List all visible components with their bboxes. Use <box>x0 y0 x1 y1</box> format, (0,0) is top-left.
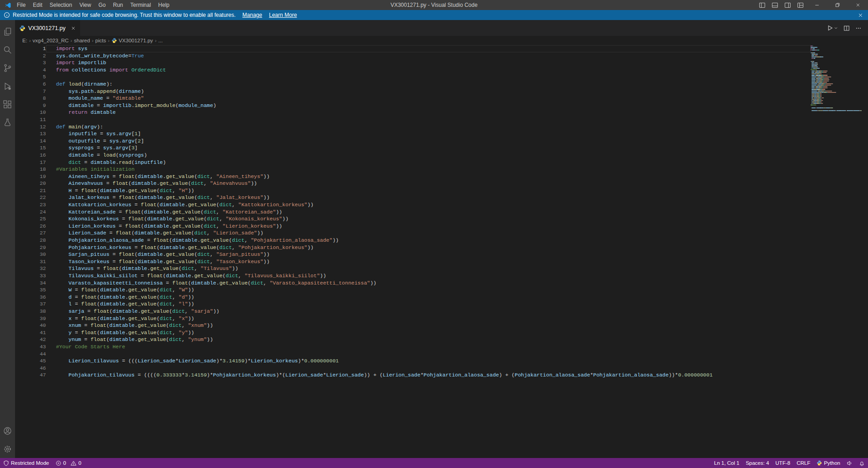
tab-close-icon[interactable] <box>71 25 76 31</box>
minimize-button[interactable] <box>807 0 827 10</box>
code-line[interactable]: 46 <box>15 365 811 372</box>
toggle-sidebar-icon[interactable] <box>756 0 768 10</box>
code-line[interactable]: 1import sys <box>15 45 811 52</box>
manage-link[interactable]: Manage <box>243 12 262 18</box>
code-line[interactable]: 36 d = float(dimtable.get_value(dict, "d… <box>15 294 811 301</box>
code-line[interactable]: 27 Lierion_sade = float(dimtable.get_val… <box>15 229 811 237</box>
code-line[interactable]: 6def load(dirname): <box>15 81 811 88</box>
minimap[interactable] <box>811 45 862 111</box>
close-window-button[interactable] <box>848 0 868 10</box>
cursor-position-status[interactable]: Ln 1, Col 1 <box>711 458 743 468</box>
line-number: 7 <box>15 88 46 95</box>
run-python-file-icon[interactable] <box>827 25 838 31</box>
breadcrumb-folder[interactable]: picts <box>95 38 106 43</box>
code-line[interactable]: 44 <box>15 351 811 358</box>
code-line[interactable]: 13 inputfile = sys.argv[1] <box>15 130 811 137</box>
tab-vx3001271[interactable]: VX3001271.py <box>15 20 80 36</box>
breadcrumb-drive[interactable]: E: <box>22 38 27 43</box>
indentation-status[interactable]: Spaces: 4 <box>742 458 772 468</box>
language-mode-status[interactable]: Python <box>813 458 843 468</box>
accounts-icon[interactable] <box>0 422 15 440</box>
code-line[interactable]: 20 Ainevahvuus = float(dimtable.get_valu… <box>15 180 811 187</box>
code-line[interactable]: 11 <box>15 116 811 123</box>
menu-terminal[interactable]: Terminal <box>127 0 154 10</box>
customize-layout-icon[interactable] <box>794 0 807 10</box>
menu-edit[interactable]: Edit <box>29 0 46 10</box>
breadcrumb-symbol-placeholder[interactable]: ... <box>158 38 163 43</box>
menu-selection[interactable]: Selection <box>46 0 76 10</box>
restricted-mode-status[interactable]: Restricted Mode <box>0 458 52 468</box>
banner-close-icon[interactable] <box>858 12 863 18</box>
menu-run[interactable]: Run <box>109 0 127 10</box>
code-line[interactable]: 25 Kokonais_korkeus = float(dimtable.get… <box>15 215 811 223</box>
toggle-secondary-sidebar-icon[interactable] <box>781 0 794 10</box>
code-line[interactable]: 43#Your Code Starts Here <box>15 343 811 351</box>
breadcrumb-file[interactable]: VX3001271.py <box>112 38 153 43</box>
code-line[interactable]: 45 Lierion_tilavuus = (((Lierion_sade*Li… <box>15 357 811 365</box>
menu-file[interactable]: File <box>13 0 29 10</box>
notifications-bell-icon[interactable] <box>856 458 868 468</box>
code-line[interactable]: 19 Aineen_tiheys = float(dimtable.get_va… <box>15 173 811 180</box>
code-line[interactable]: 26 Lierion_korkeus = float(dimtable.get_… <box>15 223 811 230</box>
line-number: 40 <box>15 322 46 329</box>
code-line[interactable]: 14 outputfile = sys.argv[2] <box>15 137 811 145</box>
code-line[interactable]: 12def main(argv): <box>15 123 811 131</box>
settings-gear-icon[interactable] <box>0 440 15 458</box>
run-and-debug-icon[interactable] <box>0 77 15 95</box>
code-line[interactable]: 30 Sarjan_pituus = float(dimtable.get_va… <box>15 251 811 258</box>
eol-status[interactable]: CRLF <box>793 458 813 468</box>
code-line[interactable]: 37 l = float(dimtable.get_value(dict, "l… <box>15 300 811 308</box>
restore-button[interactable] <box>827 0 848 10</box>
code-line[interactable]: 47 Pohjakartion_tilavuus = ((((0.333333*… <box>15 371 811 379</box>
split-editor-icon[interactable] <box>843 25 850 31</box>
code-line[interactable]: 9 dimtable = importlib.import_module(mod… <box>15 102 811 109</box>
search-icon[interactable] <box>0 41 15 59</box>
feedback-icon[interactable] <box>843 458 856 468</box>
code-line[interactable]: 23 Kattokartion_korkeus = float(dimtable… <box>15 201 811 209</box>
code-line[interactable]: 18#Variables initialization <box>15 166 811 173</box>
explorer-icon[interactable] <box>0 22 15 41</box>
code-line[interactable]: 31 Tason_korkeus = float(dimtable.get_va… <box>15 258 811 265</box>
encoding-status[interactable]: UTF-8 <box>772 458 794 468</box>
code-line[interactable]: 8 module_name = "dimtable" <box>15 95 811 102</box>
code-line[interactable]: 16 dimtable = load(sysprogs) <box>15 152 811 159</box>
code-text: Lierion_sade = float(dimtable.get_value(… <box>46 229 811 237</box>
code-line[interactable]: 40 xnum = float(dimtable.get_value(dict,… <box>15 322 811 329</box>
code-line[interactable]: 42 ynum = float(dimtable.get_value(dict,… <box>15 336 811 343</box>
testing-icon[interactable] <box>0 113 15 132</box>
code-line[interactable]: 5 <box>15 73 811 81</box>
code-line[interactable]: 7 sys.path.append(dirname) <box>15 88 811 95</box>
menu-go[interactable]: Go <box>95 0 109 10</box>
line-number: 26 <box>15 223 46 230</box>
code-line[interactable]: 35 W = float(dimtable.get_value(dict, "W… <box>15 286 811 294</box>
toggle-panel-icon[interactable] <box>768 0 781 10</box>
breadcrumb-folder[interactable]: vxg4_2023_RC <box>33 38 69 43</box>
code-text: #Your Code Starts Here <box>46 343 811 351</box>
code-editor[interactable]: 1import sys2sys.dont_write_bytecode=True… <box>15 45 868 458</box>
code-line[interactable]: 39 x = float(dimtable.get_value(dict, "x… <box>15 315 811 322</box>
code-line[interactable]: 4from collections import OrderedDict <box>15 66 811 74</box>
learn-more-link[interactable]: Learn More <box>269 12 297 18</box>
code-line[interactable]: 10 return dimtable <box>15 109 811 116</box>
more-actions-icon[interactable] <box>855 25 862 31</box>
code-line[interactable]: 38 sarja = float(dimtable.get_value(dict… <box>15 308 811 315</box>
code-line[interactable]: 3import importlib <box>15 59 811 66</box>
menu-help[interactable]: Help <box>155 0 173 10</box>
code-line[interactable]: 21 H = float(dimtable.get_value(dict, "H… <box>15 187 811 194</box>
code-line[interactable]: 24 Kattoreian_sade = float(dimtable.get_… <box>15 209 811 216</box>
source-control-icon[interactable] <box>0 59 15 77</box>
code-line[interactable]: 28 Pohjakartion_alaosa_sade = float(dimt… <box>15 237 811 244</box>
code-line[interactable]: 17 dict = dimtable.read(inputfile) <box>15 159 811 166</box>
code-line[interactable]: 34 Varasto_kapasiteetti_tonneissa = floa… <box>15 280 811 287</box>
code-line[interactable]: 33 Tilavuus_kaikki_siilot = float(dimtab… <box>15 272 811 280</box>
code-line[interactable]: 32 Tilavuus = float(dimtable.get_value(d… <box>15 265 811 272</box>
code-line[interactable]: 15 sysprogs = sys.argv[3] <box>15 144 811 152</box>
breadcrumb-folder[interactable]: shared <box>74 38 90 43</box>
code-line[interactable]: 41 y = float(dimtable.get_value(dict, "y… <box>15 329 811 336</box>
menu-view[interactable]: View <box>76 0 95 10</box>
code-line[interactable]: 2sys.dont_write_bytecode=True <box>15 52 811 60</box>
code-line[interactable]: 29 Pohjakartion_korkeus = float(dimtable… <box>15 244 811 251</box>
extensions-icon[interactable] <box>0 95 15 113</box>
code-line[interactable]: 22 Jalat_korkeus = float(dimtable.get_va… <box>15 194 811 201</box>
problems-status[interactable]: 0 0 <box>52 458 85 468</box>
